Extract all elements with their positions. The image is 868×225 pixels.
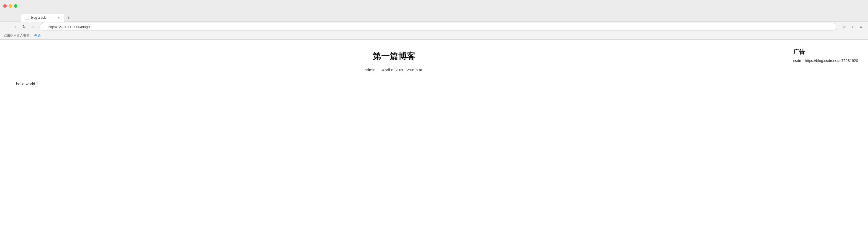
toolbar: ‹ › ↻ ⌂ ☆ ↓ ≡ — [0, 21, 868, 32]
tab-title: blog article — [31, 16, 55, 20]
article-author: admin — [365, 67, 375, 72]
close-button[interactable] — [3, 4, 7, 8]
title-bar — [0, 0, 868, 12]
sidebar-ad-link: csdn：https://blog.csdn.net/tt75281920 — [793, 58, 863, 63]
address-bar[interactable] — [39, 23, 837, 30]
download-icon: ↓ — [851, 24, 854, 29]
back-icon: ‹ — [6, 24, 8, 30]
main-area: 第一篇博客 admin April 6, 2020, 2:06 p.m. hel… — [0, 40, 788, 200]
reload-button[interactable]: ↻ — [20, 23, 28, 30]
menu-button[interactable]: ≡ — [857, 23, 865, 30]
sidebar-ad-title: 广告 — [793, 48, 863, 56]
back-button[interactable]: ‹ — [3, 23, 11, 30]
address-bar-wrapper — [37, 23, 839, 30]
browser-chrome: blog article × + ‹ › ↻ ⌂ ☆ ↓ ≡ — [0, 0, 868, 40]
tab-close-button[interactable]: × — [57, 15, 60, 20]
new-tab-button[interactable]: + — [65, 15, 72, 21]
bookmark-icon: ☆ — [842, 24, 846, 29]
bookmarks-start-link[interactable]: 开始 — [34, 33, 40, 38]
bookmark-button[interactable]: ☆ — [840, 23, 848, 30]
forward-icon: › — [15, 24, 16, 30]
article-body: hello world！ — [16, 80, 176, 87]
toolbar-right: ☆ ↓ ≡ — [840, 23, 865, 30]
reload-icon: ↻ — [23, 24, 26, 29]
menu-icon: ≡ — [860, 24, 863, 30]
forward-button[interactable]: › — [12, 23, 19, 30]
window-controls — [3, 4, 18, 8]
tab-bar: blog article × + — [0, 12, 868, 21]
article-body-text: hello world！ — [16, 80, 176, 87]
article-title: 第一篇博客 — [16, 51, 772, 62]
minimize-button[interactable] — [8, 4, 12, 8]
bookmarks-prompt: 点击这里导入书签。 — [4, 33, 33, 38]
active-tab[interactable]: blog article × — [21, 13, 64, 22]
bookmarks-bar: 点击这里导入书签。 开始 — [0, 32, 868, 39]
sidebar: 广告 csdn：https://blog.csdn.net/tt75281920 — [788, 40, 868, 200]
article-date: April 6, 2020, 2:06 p.m. — [382, 67, 423, 72]
tab-favicon — [25, 16, 29, 20]
page-content: 第一篇博客 admin April 6, 2020, 2:06 p.m. hel… — [0, 40, 868, 200]
maximize-button[interactable] — [14, 4, 18, 8]
home-icon: ⌂ — [32, 25, 34, 29]
article-meta: admin April 6, 2020, 2:06 p.m. — [16, 67, 772, 72]
home-button[interactable]: ⌂ — [29, 23, 36, 30]
download-button[interactable]: ↓ — [849, 23, 856, 30]
